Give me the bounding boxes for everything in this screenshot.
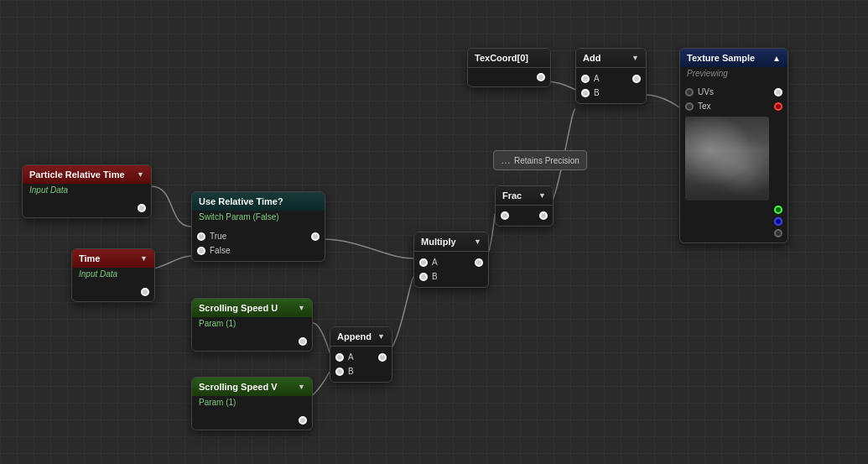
output-pin[interactable] <box>299 337 307 346</box>
particle-relative-time-header[interactable]: Particle Relative Time ▼ <box>23 165 151 184</box>
output-pin[interactable] <box>141 288 149 296</box>
scrolling-speed-u-node: Scrolling Speed U ▼ Param (1) <box>191 298 313 352</box>
retains-precision-label: Retains Precision <box>514 156 580 165</box>
frac-header[interactable]: Frac ▼ <box>496 186 553 206</box>
scrolling-speed-v-title: Scrolling Speed V <box>199 382 278 392</box>
use-relative-time-header[interactable]: Use Relative Time? <box>192 192 325 211</box>
dropdown-arrow[interactable]: ▼ <box>137 170 144 179</box>
texture-sample-node: Texture Sample ▲ Previewing UVs Tex <box>679 48 788 243</box>
texcoord-title: TexCoord[0] <box>475 53 528 63</box>
expand-icon[interactable]: ▲ <box>772 54 781 63</box>
time-subtitle: Input Data <box>72 268 154 283</box>
multiply-body: A B <box>414 252 488 287</box>
true-input-pin[interactable] <box>197 232 205 241</box>
use-relative-time-node: Use Relative Time? Switch Param (False) … <box>191 191 325 262</box>
particle-relative-time-subtitle: Input Data <box>23 184 151 199</box>
append-b-row: B <box>330 364 392 378</box>
a-input-pin[interactable] <box>419 258 428 267</box>
output-pin[interactable] <box>475 258 483 267</box>
use-relative-time-subtitle: Switch Param (False) <box>192 211 325 226</box>
scrolling-speed-u-subtitle: Param (1) <box>192 317 312 332</box>
texcoord-header[interactable]: TexCoord[0] <box>468 49 550 68</box>
multiply-node: Multiply ▼ A B <box>413 232 489 288</box>
texture-sample-title: Texture Sample <box>687 53 755 63</box>
time-header[interactable]: Time ▼ <box>72 249 154 268</box>
b-label: B <box>348 367 354 376</box>
b-label: B <box>432 272 438 281</box>
scrolling-speed-v-body <box>192 411 312 430</box>
tex-input-pin[interactable] <box>685 102 694 111</box>
texcoord-output <box>468 71 550 83</box>
add-body: A B <box>576 68 646 103</box>
dropdown-arrow[interactable]: ▼ <box>474 237 481 246</box>
dark-output-pin[interactable] <box>774 229 782 237</box>
scrolling-speed-u-body <box>192 332 312 351</box>
previewing-text: Previewing <box>680 67 787 81</box>
texture-sample-header[interactable]: Texture Sample ▲ <box>680 49 787 67</box>
dropdown-arrow[interactable]: ▼ <box>632 54 639 62</box>
a-label: A <box>594 74 600 83</box>
a-input-pin[interactable] <box>581 75 590 83</box>
retains-precision-note: … Retains Precision <box>493 150 587 170</box>
texcoord-body <box>468 68 550 86</box>
false-pin-row: False <box>192 243 325 258</box>
tex-output-pin[interactable] <box>774 102 782 111</box>
add-a-row: A <box>576 71 646 86</box>
texture-smoke-visual <box>685 117 769 201</box>
a-output-pin[interactable] <box>378 353 387 362</box>
b-input-pin[interactable] <box>335 368 344 376</box>
add-title: Add <box>583 53 600 63</box>
scrolling-speed-v-output <box>192 414 312 426</box>
scrolling-speed-v-header[interactable]: Scrolling Speed V ▼ <box>192 378 312 396</box>
a-label: A <box>432 258 438 267</box>
a-label: A <box>348 352 354 362</box>
scrolling-speed-u-header[interactable]: Scrolling Speed U ▼ <box>192 299 312 317</box>
scrolling-speed-v-subtitle: Param (1) <box>192 396 312 411</box>
dark-output <box>680 227 787 239</box>
time-body <box>72 283 154 301</box>
uvs-output-pin[interactable] <box>774 88 782 96</box>
output-pin[interactable] <box>537 73 545 81</box>
blue-output <box>680 216 787 227</box>
scrolling-speed-v-node: Scrolling Speed V ▼ Param (1) <box>191 377 313 430</box>
false-input-pin[interactable] <box>197 247 205 255</box>
append-header[interactable]: Append ▼ <box>330 327 392 347</box>
dropdown-arrow[interactable]: ▼ <box>377 332 385 341</box>
scrolling-speed-u-title: Scrolling Speed U <box>199 303 278 313</box>
b-input-pin[interactable] <box>581 89 590 97</box>
frac-body <box>496 206 553 226</box>
append-node: Append ▼ A B <box>330 326 392 383</box>
a-input-pin[interactable] <box>335 353 344 362</box>
output-pin[interactable] <box>539 211 548 220</box>
uvs-input-pin[interactable] <box>685 88 694 96</box>
true-output-pin[interactable] <box>311 232 320 241</box>
b-label: B <box>594 88 600 97</box>
particle-relative-time-output <box>23 202 151 214</box>
append-body: A B <box>330 347 392 382</box>
dropdown-arrow[interactable]: ▼ <box>538 191 546 200</box>
true-label: True <box>210 232 226 241</box>
uvs-label: UVs <box>698 87 714 96</box>
false-label: False <box>210 246 230 255</box>
output-pin[interactable] <box>632 75 641 83</box>
green-output-pin[interactable] <box>774 206 782 214</box>
use-relative-time-title: Use Relative Time? <box>199 196 283 206</box>
tex-pin-row: Tex <box>680 99 787 113</box>
dropdown-arrow[interactable]: ▼ <box>140 254 148 263</box>
blue-output-pin[interactable] <box>774 217 782 226</box>
output-pin[interactable] <box>138 204 146 212</box>
b-input-pin[interactable] <box>419 273 428 281</box>
add-b-row: B <box>576 86 646 100</box>
texcoord-node: TexCoord[0] <box>467 48 551 87</box>
frac-title: Frac <box>502 190 522 201</box>
dropdown-arrow[interactable]: ▼ <box>298 304 305 312</box>
input-pin[interactable] <box>501 211 509 220</box>
frac-pin-row <box>496 209 553 222</box>
frac-node: Frac ▼ <box>495 185 554 227</box>
dropdown-arrow[interactable]: ▼ <box>298 383 305 391</box>
multiply-header[interactable]: Multiply ▼ <box>414 232 488 252</box>
add-header[interactable]: Add ▼ <box>576 49 646 68</box>
output-pin[interactable] <box>299 416 307 425</box>
tex-label: Tex <box>698 102 711 111</box>
append-a-row: A <box>330 350 392 364</box>
